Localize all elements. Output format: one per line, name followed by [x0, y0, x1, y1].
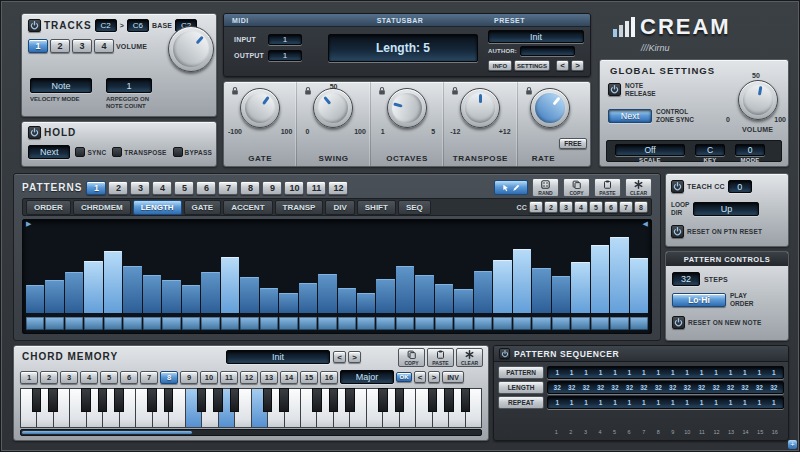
chord-slot-9[interactable]: 9 — [180, 371, 198, 384]
chord-slot-8[interactable]: 8 — [160, 371, 178, 384]
seq-value[interactable]: 32 — [651, 384, 665, 391]
track-button-3[interactable]: 3 — [72, 39, 92, 53]
draw-tool-display[interactable] — [494, 180, 528, 195]
pattern-bar-16[interactable] — [318, 274, 336, 313]
seq-value[interactable]: 32 — [709, 384, 723, 391]
cc-button-3[interactable]: 3 — [559, 201, 573, 213]
chord-type-next-button[interactable]: > — [428, 371, 440, 383]
pattern-bar-28[interactable] — [552, 276, 570, 313]
piano-black-key[interactable] — [98, 388, 108, 412]
pattern-strip-cell-16[interactable] — [318, 317, 336, 330]
chord-slot-2[interactable]: 2 — [40, 371, 58, 384]
pattern-strip-cell-12[interactable] — [240, 317, 258, 330]
pattern-strip-cell-24[interactable] — [474, 317, 492, 330]
copy-button[interactable]: COPY — [563, 178, 590, 197]
mode-display[interactable]: 0 — [735, 144, 765, 156]
seq-value[interactable]: 1 — [694, 369, 708, 376]
seq-value[interactable]: 32 — [622, 384, 636, 391]
pattern-strip-cell-11[interactable] — [221, 317, 239, 330]
chord-clear-button[interactable]: CLEAR — [456, 348, 483, 367]
pattern-strip-cell-4[interactable] — [84, 317, 102, 330]
pattern-bar-22[interactable] — [435, 284, 453, 313]
pattern-bar-5[interactable] — [104, 251, 122, 313]
seq-value[interactable]: 1 — [579, 369, 593, 376]
chord-invert-button[interactable]: INV — [442, 371, 464, 383]
pattern-button-9[interactable]: 9 — [262, 181, 282, 195]
pattern-strip-cell-30[interactable] — [591, 317, 609, 330]
pattern-bar-11[interactable] — [221, 257, 239, 313]
pattern-bar-31[interactable] — [610, 237, 628, 313]
pattern-strip-cell-13[interactable] — [260, 317, 278, 330]
seq-value[interactable]: 1 — [564, 369, 578, 376]
tab-length[interactable]: LENGTH — [133, 200, 182, 215]
chord-slot-6[interactable]: 6 — [120, 371, 138, 384]
seq-value[interactable]: 1 — [680, 369, 694, 376]
tab-order[interactable]: ORDER — [26, 200, 71, 215]
pattern-strip-cell-10[interactable] — [201, 317, 219, 330]
tracks-power-button[interactable] — [28, 19, 41, 32]
cc-button-2[interactable]: 2 — [544, 201, 558, 213]
pattern-bar-21[interactable] — [415, 275, 433, 313]
pattern-strip-cell-9[interactable] — [182, 317, 200, 330]
preset-prev-button[interactable]: < — [556, 60, 569, 71]
seq-value[interactable]: 1 — [752, 369, 766, 376]
seq-value[interactable]: 1 — [680, 399, 694, 406]
seq-value[interactable]: 32 — [550, 384, 564, 391]
pattern-strip-cell-22[interactable] — [435, 317, 453, 330]
piano-black-key[interactable] — [263, 388, 273, 412]
seq-value[interactable]: 1 — [564, 399, 578, 406]
seq-value[interactable]: 32 — [666, 384, 680, 391]
pattern-button-6[interactable]: 6 — [196, 181, 216, 195]
seq-value[interactable]: 1 — [550, 369, 564, 376]
chord-slot-12[interactable]: 12 — [240, 371, 258, 384]
pattern-strip-cell-3[interactable] — [65, 317, 83, 330]
pattern-strip-cell-21[interactable] — [415, 317, 433, 330]
piano-black-key[interactable] — [114, 388, 124, 412]
pattern-bar-27[interactable] — [532, 268, 550, 313]
seq-value[interactable]: 1 — [608, 399, 622, 406]
pattern-bar-32[interactable] — [630, 258, 648, 313]
pattern-bar-14[interactable] — [279, 293, 297, 314]
play-order-display[interactable]: Lo·Hi — [672, 293, 726, 307]
range-low-display[interactable]: C2 — [95, 19, 117, 32]
gate-knob[interactable] — [240, 88, 280, 128]
transpose-knob[interactable] — [460, 88, 500, 128]
chord-paste-button[interactable]: PASTE — [427, 348, 454, 367]
seq-value[interactable]: 1 — [723, 369, 737, 376]
chord-preset-prev-button[interactable]: < — [333, 351, 346, 363]
tab-gate[interactable]: GATE — [184, 200, 222, 215]
pattern-button-8[interactable]: 8 — [240, 181, 260, 195]
pattern-button-4[interactable]: 4 — [152, 181, 172, 195]
keyboard-scrollbar[interactable] — [20, 429, 482, 436]
piano-black-key[interactable] — [312, 388, 322, 412]
track-button-4[interactable]: 4 — [94, 39, 114, 53]
midi-input-display[interactable]: 1 — [268, 34, 302, 45]
cc-button-1[interactable]: 1 — [529, 201, 543, 213]
seq-value[interactable]: 1 — [550, 399, 564, 406]
seq-value[interactable]: 1 — [694, 399, 708, 406]
hold-mode-display[interactable]: Next — [28, 145, 70, 159]
pattern-strip-cell-29[interactable] — [571, 317, 589, 330]
pattern-button-3[interactable]: 3 — [130, 181, 150, 195]
seq-value[interactable]: 32 — [637, 384, 651, 391]
sequencer-power-button[interactable] — [499, 348, 510, 359]
scale-display[interactable]: Off — [615, 144, 685, 156]
piano-black-key[interactable] — [147, 388, 157, 412]
tab-accent[interactable]: ACCENT — [223, 200, 272, 215]
loop-start-marker[interactable]: ▶ — [26, 220, 31, 228]
global-volume-knob[interactable] — [738, 80, 778, 120]
seq-value[interactable]: 1 — [666, 369, 680, 376]
seq-value[interactable]: 1 — [738, 369, 752, 376]
pattern-strip-cell-1[interactable] — [26, 317, 44, 330]
pattern-bar-30[interactable] — [591, 245, 609, 313]
pattern-strip-cell-7[interactable] — [143, 317, 161, 330]
seq-value[interactable]: 32 — [738, 384, 752, 391]
chord-type-prev-button[interactable]: < — [414, 371, 426, 383]
pattern-strip-cell-26[interactable] — [513, 317, 531, 330]
piano-black-key[interactable] — [345, 388, 355, 412]
tab-shift[interactable]: SHIFT — [357, 200, 396, 215]
rate-free-button[interactable]: FREE — [559, 138, 587, 149]
tracks-volume-knob[interactable] — [168, 26, 214, 72]
pattern-button-12[interactable]: 12 — [328, 181, 348, 195]
seq-value[interactable]: 32 — [752, 384, 766, 391]
